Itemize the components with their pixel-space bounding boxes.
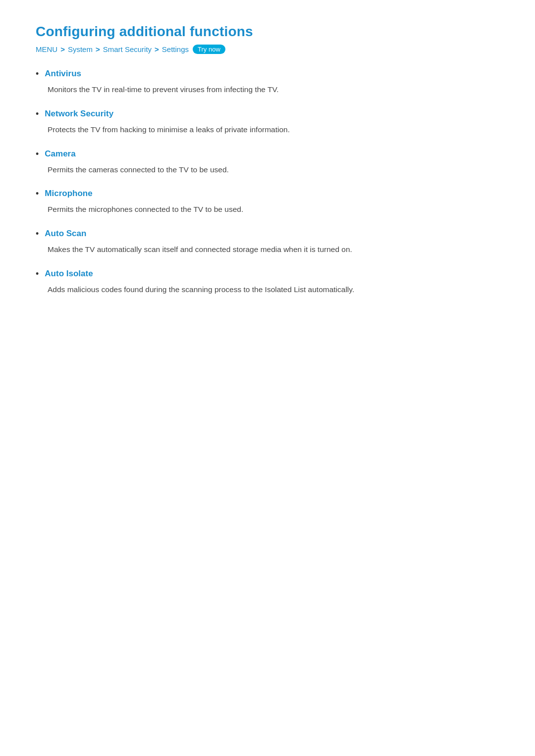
feature-list: •AntivirusMonitors the TV in real-time t… — [36, 68, 499, 296]
item-description-4: Makes the TV automatically scan itself a… — [48, 243, 499, 256]
bullet-icon: • — [36, 268, 39, 280]
item-description-2: Permits the cameras connected to the TV … — [48, 163, 499, 176]
item-description-1: Protects the TV from hacking to minimise… — [48, 123, 499, 136]
breadcrumb: MENU > System > Smart Security > Setting… — [36, 45, 499, 54]
item-description-5: Adds malicious codes found during the sc… — [48, 283, 499, 296]
item-title-antivirus[interactable]: Antivirus — [45, 68, 81, 80]
breadcrumb-separator-3: > — [155, 45, 159, 53]
breadcrumb-separator-1: > — [60, 45, 65, 53]
bullet-icon: • — [36, 148, 39, 160]
item-title-auto-scan[interactable]: Auto Scan — [45, 228, 86, 240]
list-item: •MicrophonePermits the microphones conne… — [36, 188, 499, 216]
item-title-camera[interactable]: Camera — [45, 148, 75, 160]
breadcrumb-separator-2: > — [96, 45, 100, 53]
item-description-3: Permits the microphones connected to the… — [48, 203, 499, 216]
list-item: •CameraPermits the cameras connected to … — [36, 148, 499, 176]
list-item: •AntivirusMonitors the TV in real-time t… — [36, 68, 499, 96]
item-description-0: Monitors the TV in real-time to prevent … — [48, 83, 499, 96]
item-title-network-security[interactable]: Network Security — [45, 108, 113, 120]
breadcrumb-smart-security[interactable]: Smart Security — [103, 45, 152, 53]
item-title-auto-isolate[interactable]: Auto Isolate — [45, 268, 93, 280]
list-item: •Network SecurityProtects the TV from ha… — [36, 108, 499, 136]
try-now-badge[interactable]: Try now — [193, 45, 225, 54]
breadcrumb-settings[interactable]: Settings — [162, 45, 189, 53]
list-item: •Auto ScanMakes the TV automatically sca… — [36, 228, 499, 256]
page-title: Configuring additional functions — [36, 24, 499, 40]
bullet-icon: • — [36, 188, 39, 200]
breadcrumb-system[interactable]: System — [68, 45, 93, 53]
bullet-icon: • — [36, 108, 39, 120]
breadcrumb-menu[interactable]: MENU — [36, 45, 57, 53]
bullet-icon: • — [36, 228, 39, 240]
list-item: •Auto IsolateAdds malicious codes found … — [36, 268, 499, 296]
bullet-icon: • — [36, 68, 39, 80]
item-title-microphone[interactable]: Microphone — [45, 188, 92, 200]
